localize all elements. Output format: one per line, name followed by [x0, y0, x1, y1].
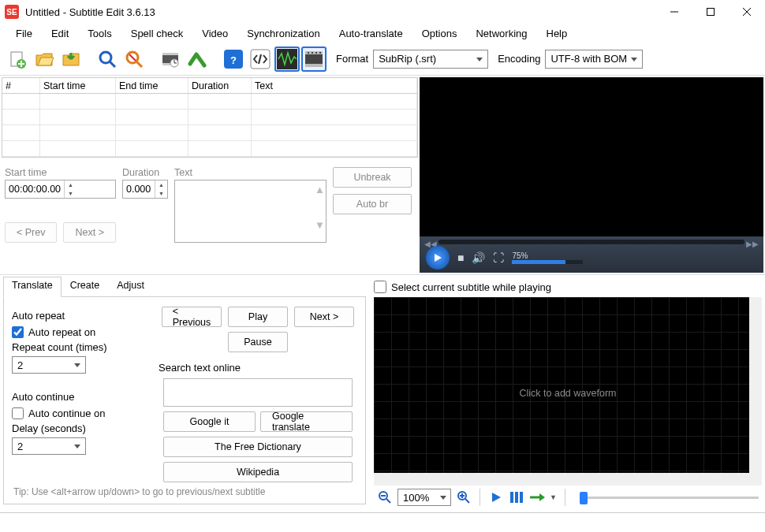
fullscreen-icon[interactable]: ⛶ [493, 251, 504, 264]
visual-sync-icon[interactable] [158, 47, 183, 72]
menu-sync[interactable]: Synchronization [239, 26, 328, 41]
search-online-input[interactable] [163, 378, 353, 407]
goto-icon[interactable] [529, 489, 545, 505]
statusbar [0, 512, 765, 526]
tab-translate[interactable]: Translate [3, 277, 62, 297]
open-file-icon[interactable] [32, 47, 57, 72]
play-button[interactable]: Play [228, 307, 288, 327]
svg-rect-30 [319, 52, 321, 54]
table-row[interactable] [2, 110, 417, 125]
tab-create[interactable]: Create [62, 277, 109, 296]
grid-align-icon[interactable] [509, 489, 524, 505]
start-time-field[interactable] [6, 180, 64, 198]
menu-help[interactable]: Help [539, 26, 576, 41]
svg-marker-31 [435, 254, 442, 262]
previous-button[interactable]: < Previous [162, 307, 222, 327]
volume-slider[interactable] [512, 260, 583, 264]
auto-continue-title: Auto continue [12, 391, 159, 403]
col-dur[interactable]: Duration [188, 78, 252, 93]
subtitle-grid[interactable]: # Start time End time Duration Text [2, 77, 418, 158]
next-button[interactable]: Next > [294, 307, 354, 327]
prev-button[interactable]: < Prev [5, 222, 57, 243]
spellcheck-icon[interactable] [185, 47, 210, 72]
autobr-button[interactable]: Auto br [333, 194, 412, 214]
spinner-down-icon[interactable]: ▼ [65, 189, 76, 198]
help-icon[interactable]: ? [221, 47, 246, 72]
menu-file[interactable]: File [8, 26, 40, 41]
video-preview[interactable]: ◀◀ ▶▶ ■ 🔊 ⛶ 75% [420, 77, 763, 273]
waveform-pos-slider[interactable] [580, 489, 759, 505]
select-current-checkbox[interactable] [374, 281, 386, 293]
waveform-placeholder: Click to add waveform [374, 388, 762, 399]
spinner-up-icon[interactable]: ▲ [155, 180, 167, 189]
duration-label: Duration [122, 167, 168, 178]
format-label: Format [336, 53, 368, 65]
table-row[interactable] [2, 94, 417, 110]
google-it-button[interactable]: Google it [163, 411, 256, 432]
duration-field[interactable] [123, 180, 155, 198]
stop-icon[interactable]: ■ [457, 251, 464, 264]
tab-adjust[interactable]: Adjust [108, 277, 153, 296]
col-text[interactable]: Text [252, 78, 417, 93]
subtitle-text-input[interactable]: ▲▼ [174, 180, 327, 243]
source-view-icon[interactable] [248, 47, 273, 72]
save-icon[interactable] [58, 47, 84, 72]
unbreak-button[interactable]: Unbreak [333, 167, 412, 188]
spinner-down-icon[interactable]: ▼ [155, 189, 167, 198]
spinner-up-icon[interactable]: ▲ [65, 180, 76, 189]
zoom-combo[interactable]: 100% [397, 489, 451, 506]
menubar: File Edit Tools Spell check Video Synchr… [0, 24, 765, 43]
google-translate-button[interactable]: Google translate [260, 411, 353, 432]
window-title: Untitled - Subtitle Edit 3.6.13 [25, 6, 656, 18]
waveform-area[interactable]: Click to add waveform [374, 297, 762, 485]
seek-bar[interactable] [438, 240, 744, 244]
auto-repeat-checkbox[interactable]: Auto repeat on [12, 326, 159, 338]
menu-spellcheck[interactable]: Spell check [123, 26, 191, 41]
text-label: Text [174, 167, 327, 178]
new-file-icon[interactable] [5, 47, 30, 72]
next-button[interactable]: Next > [63, 222, 115, 243]
menu-networking[interactable]: Networking [468, 26, 535, 41]
repeat-count-combo[interactable]: 2 [12, 356, 86, 374]
start-time-input[interactable]: ▲▼ [5, 180, 116, 199]
find-icon[interactable] [95, 47, 120, 72]
waveform-vscroll[interactable] [749, 297, 762, 485]
menu-video[interactable]: Video [194, 26, 236, 41]
zoom-in-icon[interactable] [456, 489, 472, 505]
play-wave-icon[interactable] [488, 489, 504, 505]
menu-edit[interactable]: Edit [43, 26, 76, 41]
replace-icon[interactable] [121, 47, 147, 72]
table-row[interactable] [2, 141, 417, 157]
play-button[interactable] [426, 246, 450, 270]
maximize-button[interactable] [692, 0, 729, 24]
col-num[interactable]: # [2, 78, 40, 93]
menu-options[interactable]: Options [414, 26, 465, 41]
chevron-down-icon[interactable]: ▼ [550, 493, 557, 501]
table-row[interactable] [2, 125, 417, 141]
free-dictionary-button[interactable]: The Free Dictionary [163, 437, 353, 457]
waveform-toggle-icon[interactable] [274, 47, 300, 72]
svg-marker-39 [492, 493, 501, 502]
waveform-hscroll[interactable] [374, 473, 749, 485]
close-button[interactable] [729, 0, 765, 24]
delay-combo[interactable]: 2 [12, 437, 86, 455]
video-toggle-icon[interactable] [301, 47, 327, 72]
encoding-combo[interactable]: UTF-8 with BOM [545, 50, 643, 69]
duration-input[interactable]: ▲▼ [122, 180, 168, 199]
wikipedia-button[interactable]: Wikipedia [163, 462, 353, 482]
delay-label: Delay (seconds) [12, 422, 159, 434]
col-end[interactable]: End time [116, 78, 188, 93]
pause-button[interactable]: Pause [228, 332, 288, 352]
format-combo[interactable]: SubRip (.srt) [373, 50, 488, 69]
zoom-out-icon[interactable] [377, 489, 393, 505]
minimize-button[interactable] [656, 0, 692, 24]
search-online-label: Search text online [159, 362, 241, 374]
auto-continue-checkbox[interactable]: Auto continue on [12, 407, 159, 419]
seek-fwd-icon[interactable]: ▶▶ [746, 240, 759, 248]
svg-line-11 [136, 61, 142, 67]
volume-icon[interactable]: 🔊 [472, 251, 485, 264]
svg-point-8 [100, 52, 111, 63]
menu-autotranslate[interactable]: Auto-translate [331, 26, 411, 41]
menu-tools[interactable]: Tools [80, 26, 119, 41]
col-start[interactable]: Start time [40, 78, 116, 93]
